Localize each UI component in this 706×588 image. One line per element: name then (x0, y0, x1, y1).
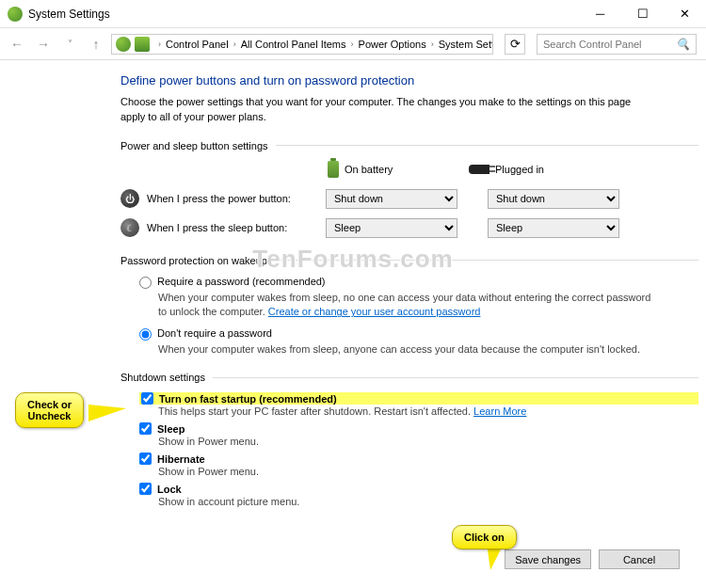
sleep-label: Sleep (157, 423, 185, 435)
breadcrumb-item[interactable]: Control Panel (166, 39, 229, 50)
moon-icon: ☾ (120, 218, 139, 237)
cancel-button[interactable]: Cancel (599, 549, 680, 569)
lock-desc: Show in account picture menu. (158, 496, 698, 507)
column-headers: On battery Plugged in (328, 161, 698, 178)
learn-more-link[interactable]: Learn More (473, 405, 526, 417)
search-icon: 🔍 (676, 38, 690, 51)
sleep-desc: Show in Power menu. (158, 436, 698, 447)
window-title: System Settings (28, 8, 110, 21)
fast-startup-label: Turn on fast startup (recommended) (159, 393, 337, 405)
no-password-radio[interactable] (139, 328, 152, 341)
section-password: Password protection on wakeup (120, 255, 698, 266)
power-plugged-select[interactable]: Shut down (488, 189, 619, 209)
refresh-button[interactable]: ⟳ (505, 34, 525, 55)
section-shutdown: Shutdown settings (120, 372, 698, 383)
search-input[interactable] (543, 39, 676, 50)
chevron-right-icon: › (229, 40, 241, 49)
lock-label: Lock (157, 484, 182, 495)
power-button-row: ⏻ When I press the power button: Shut do… (120, 189, 698, 209)
hibernate-label: Hibernate (157, 453, 205, 465)
sleep-option: Sleep Show in Power menu. (139, 422, 698, 447)
sleep-on-battery-select[interactable]: Sleep (326, 218, 457, 238)
no-password-desc: When your computer wakes from sleep, any… (158, 342, 657, 357)
hibernate-checkbox[interactable] (139, 453, 152, 465)
recent-dropdown[interactable]: ˅ (58, 33, 81, 56)
fast-startup-option: Turn on fast startup (recommended) This … (139, 392, 698, 417)
power-on-battery-select[interactable]: Shut down (326, 189, 457, 209)
page-subheading: Choose the power settings that you want … (120, 95, 648, 125)
fast-startup-desc: This helps start your PC faster after sh… (158, 405, 698, 417)
nav-toolbar: ← → ˅ ↑ › Control Panel › All Control Pa… (0, 28, 706, 60)
create-password-link[interactable]: Create or change your user account passw… (268, 306, 481, 317)
page-heading: Define power buttons and turn on passwor… (120, 73, 698, 87)
cp-icon (116, 37, 131, 52)
callout-check-uncheck: Check orUncheck (15, 392, 84, 428)
footer-buttons: Save changes Cancel (505, 549, 680, 569)
require-password-label: Require a password (recommended) (157, 276, 326, 287)
hibernate-desc: Show in Power menu. (158, 466, 698, 477)
close-button[interactable]: ✕ (664, 0, 706, 27)
section-power-sleep: Power and sleep button settings (120, 140, 698, 151)
content-pane: Define power buttons and turn on passwor… (0, 60, 706, 507)
title-bar: System Settings ─ ☐ ✕ (0, 0, 706, 28)
on-battery-header: On battery (345, 164, 393, 175)
breadcrumb[interactable]: › Control Panel › All Control Panel Item… (111, 34, 493, 55)
chevron-right-icon: › (153, 40, 166, 49)
plug-icon (469, 165, 489, 174)
maximize-button[interactable]: ☐ (621, 0, 664, 27)
breadcrumb-item[interactable]: Power Options (359, 39, 426, 50)
power-button-label: When I press the power button: (147, 193, 326, 204)
breadcrumb-item[interactable]: All Control Panel Items (241, 39, 346, 50)
chevron-right-icon: › (426, 40, 439, 49)
sleep-button-row: ☾ When I press the sleep button: Sleep S… (120, 218, 698, 238)
require-password-radio[interactable] (139, 277, 152, 289)
fast-startup-checkbox[interactable] (141, 392, 153, 405)
app-icon (8, 7, 23, 22)
power-icon: ⏻ (120, 189, 139, 208)
sleep-plugged-select[interactable]: Sleep (488, 218, 619, 238)
no-password-label: Don't require a password (157, 327, 272, 339)
require-password-option: Require a password (recommended) When yo… (139, 276, 698, 320)
hibernate-option: Hibernate Show in Power menu. (139, 453, 698, 477)
minimize-button[interactable]: ─ (579, 0, 621, 27)
sleep-checkbox[interactable] (139, 422, 152, 435)
back-button[interactable]: ← (6, 33, 28, 56)
no-password-option: Don't require a password When your compu… (139, 327, 698, 357)
sleep-button-label: When I press the sleep button: (147, 222, 326, 233)
callout-tail (88, 405, 126, 421)
require-password-desc: When your computer wakes from sleep, no … (158, 291, 657, 320)
window-controls: ─ ☐ ✕ (579, 0, 706, 27)
forward-button[interactable]: → (32, 33, 55, 56)
callout-click-on: Click on (452, 525, 517, 549)
plugged-in-header: Plugged in (495, 164, 544, 175)
up-button[interactable]: ↑ (85, 33, 107, 56)
save-button[interactable]: Save changes (505, 549, 591, 569)
search-box[interactable]: 🔍 (537, 34, 697, 55)
battery-icon (328, 161, 339, 178)
folder-icon (135, 37, 150, 52)
lock-checkbox[interactable] (139, 483, 152, 495)
lock-option: Lock Show in account picture menu. (139, 483, 698, 507)
chevron-right-icon: › (346, 40, 359, 49)
breadcrumb-item[interactable]: System Settings (439, 39, 493, 50)
